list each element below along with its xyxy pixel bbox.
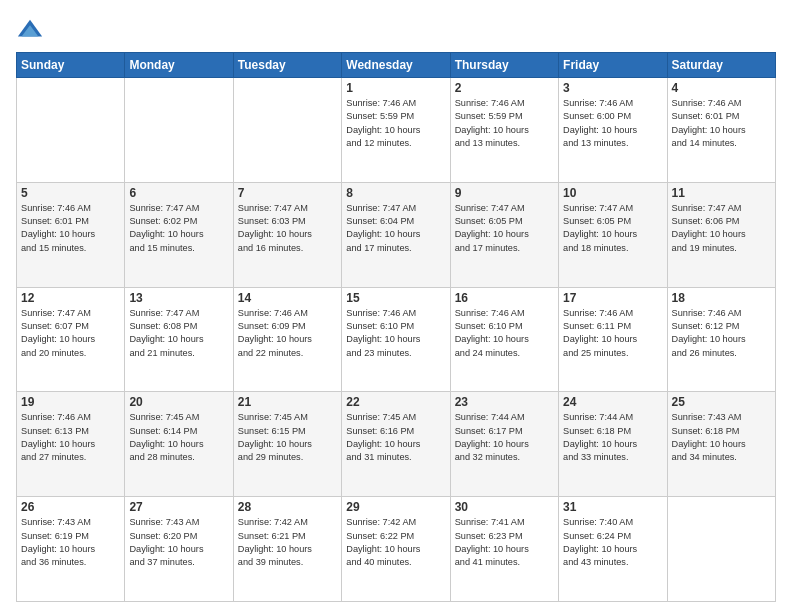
calendar-week-2: 5Sunrise: 7:46 AM Sunset: 6:01 PM Daylig…: [17, 182, 776, 287]
calendar-cell: 24Sunrise: 7:44 AM Sunset: 6:18 PM Dayli…: [559, 392, 667, 497]
day-info: Sunrise: 7:47 AM Sunset: 6:08 PM Dayligh…: [129, 307, 228, 360]
calendar-cell: 17Sunrise: 7:46 AM Sunset: 6:11 PM Dayli…: [559, 287, 667, 392]
calendar-cell: 7Sunrise: 7:47 AM Sunset: 6:03 PM Daylig…: [233, 182, 341, 287]
calendar-cell: 20Sunrise: 7:45 AM Sunset: 6:14 PM Dayli…: [125, 392, 233, 497]
logo: [16, 16, 48, 44]
calendar-cell: 23Sunrise: 7:44 AM Sunset: 6:17 PM Dayli…: [450, 392, 558, 497]
calendar-cell: 31Sunrise: 7:40 AM Sunset: 6:24 PM Dayli…: [559, 497, 667, 602]
day-info: Sunrise: 7:43 AM Sunset: 6:20 PM Dayligh…: [129, 516, 228, 569]
day-info: Sunrise: 7:46 AM Sunset: 5:59 PM Dayligh…: [346, 97, 445, 150]
day-number: 9: [455, 186, 554, 200]
day-info: Sunrise: 7:46 AM Sunset: 6:12 PM Dayligh…: [672, 307, 771, 360]
day-number: 21: [238, 395, 337, 409]
calendar-week-1: 1Sunrise: 7:46 AM Sunset: 5:59 PM Daylig…: [17, 78, 776, 183]
calendar-header-row: SundayMondayTuesdayWednesdayThursdayFrid…: [17, 53, 776, 78]
day-info: Sunrise: 7:46 AM Sunset: 6:01 PM Dayligh…: [672, 97, 771, 150]
calendar-cell: 18Sunrise: 7:46 AM Sunset: 6:12 PM Dayli…: [667, 287, 775, 392]
day-number: 27: [129, 500, 228, 514]
day-number: 4: [672, 81, 771, 95]
day-info: Sunrise: 7:47 AM Sunset: 6:05 PM Dayligh…: [455, 202, 554, 255]
day-info: Sunrise: 7:46 AM Sunset: 6:09 PM Dayligh…: [238, 307, 337, 360]
calendar-cell: 3Sunrise: 7:46 AM Sunset: 6:00 PM Daylig…: [559, 78, 667, 183]
day-info: Sunrise: 7:42 AM Sunset: 6:22 PM Dayligh…: [346, 516, 445, 569]
calendar-cell: [233, 78, 341, 183]
day-number: 11: [672, 186, 771, 200]
calendar-cell: [125, 78, 233, 183]
weekday-header-friday: Friday: [559, 53, 667, 78]
day-number: 1: [346, 81, 445, 95]
calendar-cell: 21Sunrise: 7:45 AM Sunset: 6:15 PM Dayli…: [233, 392, 341, 497]
day-info: Sunrise: 7:46 AM Sunset: 6:01 PM Dayligh…: [21, 202, 120, 255]
calendar-cell: 9Sunrise: 7:47 AM Sunset: 6:05 PM Daylig…: [450, 182, 558, 287]
weekday-header-monday: Monday: [125, 53, 233, 78]
calendar-cell: 26Sunrise: 7:43 AM Sunset: 6:19 PM Dayli…: [17, 497, 125, 602]
day-number: 5: [21, 186, 120, 200]
day-number: 26: [21, 500, 120, 514]
weekday-header-tuesday: Tuesday: [233, 53, 341, 78]
day-info: Sunrise: 7:43 AM Sunset: 6:19 PM Dayligh…: [21, 516, 120, 569]
logo-icon: [16, 16, 44, 44]
day-number: 13: [129, 291, 228, 305]
day-number: 22: [346, 395, 445, 409]
day-info: Sunrise: 7:40 AM Sunset: 6:24 PM Dayligh…: [563, 516, 662, 569]
day-number: 6: [129, 186, 228, 200]
header: [16, 16, 776, 44]
calendar-week-4: 19Sunrise: 7:46 AM Sunset: 6:13 PM Dayli…: [17, 392, 776, 497]
calendar-cell: 16Sunrise: 7:46 AM Sunset: 6:10 PM Dayli…: [450, 287, 558, 392]
day-info: Sunrise: 7:46 AM Sunset: 6:10 PM Dayligh…: [455, 307, 554, 360]
calendar-cell: 14Sunrise: 7:46 AM Sunset: 6:09 PM Dayli…: [233, 287, 341, 392]
day-number: 29: [346, 500, 445, 514]
day-info: Sunrise: 7:43 AM Sunset: 6:18 PM Dayligh…: [672, 411, 771, 464]
day-info: Sunrise: 7:47 AM Sunset: 6:02 PM Dayligh…: [129, 202, 228, 255]
calendar-cell: 4Sunrise: 7:46 AM Sunset: 6:01 PM Daylig…: [667, 78, 775, 183]
day-number: 23: [455, 395, 554, 409]
calendar-cell: 19Sunrise: 7:46 AM Sunset: 6:13 PM Dayli…: [17, 392, 125, 497]
calendar-cell: 6Sunrise: 7:47 AM Sunset: 6:02 PM Daylig…: [125, 182, 233, 287]
day-number: 28: [238, 500, 337, 514]
weekday-header-wednesday: Wednesday: [342, 53, 450, 78]
day-number: 15: [346, 291, 445, 305]
day-number: 30: [455, 500, 554, 514]
calendar-week-3: 12Sunrise: 7:47 AM Sunset: 6:07 PM Dayli…: [17, 287, 776, 392]
day-info: Sunrise: 7:46 AM Sunset: 6:13 PM Dayligh…: [21, 411, 120, 464]
calendar-cell: 27Sunrise: 7:43 AM Sunset: 6:20 PM Dayli…: [125, 497, 233, 602]
calendar-table: SundayMondayTuesdayWednesdayThursdayFrid…: [16, 52, 776, 602]
calendar-cell: 5Sunrise: 7:46 AM Sunset: 6:01 PM Daylig…: [17, 182, 125, 287]
day-info: Sunrise: 7:45 AM Sunset: 6:15 PM Dayligh…: [238, 411, 337, 464]
calendar-cell: 25Sunrise: 7:43 AM Sunset: 6:18 PM Dayli…: [667, 392, 775, 497]
day-number: 2: [455, 81, 554, 95]
day-number: 17: [563, 291, 662, 305]
day-number: 8: [346, 186, 445, 200]
calendar-cell: 2Sunrise: 7:46 AM Sunset: 5:59 PM Daylig…: [450, 78, 558, 183]
day-info: Sunrise: 7:47 AM Sunset: 6:03 PM Dayligh…: [238, 202, 337, 255]
day-info: Sunrise: 7:46 AM Sunset: 6:11 PM Dayligh…: [563, 307, 662, 360]
day-number: 14: [238, 291, 337, 305]
day-info: Sunrise: 7:44 AM Sunset: 6:18 PM Dayligh…: [563, 411, 662, 464]
day-info: Sunrise: 7:45 AM Sunset: 6:16 PM Dayligh…: [346, 411, 445, 464]
calendar-cell: 28Sunrise: 7:42 AM Sunset: 6:21 PM Dayli…: [233, 497, 341, 602]
weekday-header-sunday: Sunday: [17, 53, 125, 78]
calendar-cell: [17, 78, 125, 183]
calendar-cell: 11Sunrise: 7:47 AM Sunset: 6:06 PM Dayli…: [667, 182, 775, 287]
day-number: 24: [563, 395, 662, 409]
day-number: 25: [672, 395, 771, 409]
calendar-cell: 30Sunrise: 7:41 AM Sunset: 6:23 PM Dayli…: [450, 497, 558, 602]
calendar-cell: 29Sunrise: 7:42 AM Sunset: 6:22 PM Dayli…: [342, 497, 450, 602]
calendar-cell: 10Sunrise: 7:47 AM Sunset: 6:05 PM Dayli…: [559, 182, 667, 287]
day-info: Sunrise: 7:45 AM Sunset: 6:14 PM Dayligh…: [129, 411, 228, 464]
calendar-cell: 22Sunrise: 7:45 AM Sunset: 6:16 PM Dayli…: [342, 392, 450, 497]
calendar-cell: 15Sunrise: 7:46 AM Sunset: 6:10 PM Dayli…: [342, 287, 450, 392]
calendar-cell: 8Sunrise: 7:47 AM Sunset: 6:04 PM Daylig…: [342, 182, 450, 287]
day-info: Sunrise: 7:41 AM Sunset: 6:23 PM Dayligh…: [455, 516, 554, 569]
page: SundayMondayTuesdayWednesdayThursdayFrid…: [0, 0, 792, 612]
day-info: Sunrise: 7:47 AM Sunset: 6:07 PM Dayligh…: [21, 307, 120, 360]
day-info: Sunrise: 7:47 AM Sunset: 6:06 PM Dayligh…: [672, 202, 771, 255]
calendar-cell: [667, 497, 775, 602]
day-number: 12: [21, 291, 120, 305]
weekday-header-thursday: Thursday: [450, 53, 558, 78]
day-number: 16: [455, 291, 554, 305]
day-info: Sunrise: 7:46 AM Sunset: 6:10 PM Dayligh…: [346, 307, 445, 360]
day-info: Sunrise: 7:42 AM Sunset: 6:21 PM Dayligh…: [238, 516, 337, 569]
weekday-header-saturday: Saturday: [667, 53, 775, 78]
day-number: 18: [672, 291, 771, 305]
